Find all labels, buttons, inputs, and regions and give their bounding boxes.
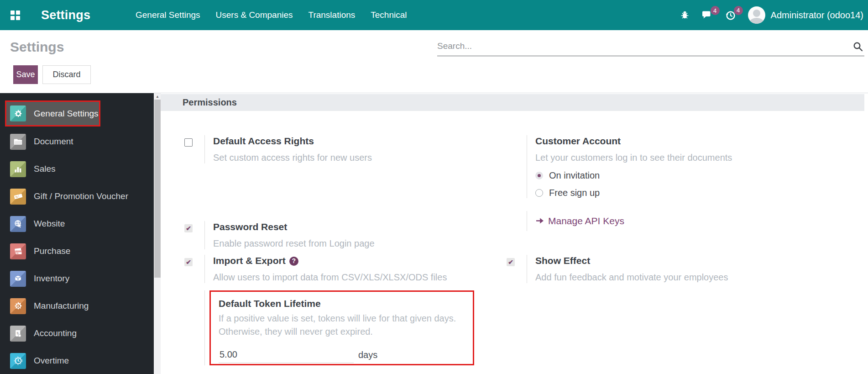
- token-lifetime-unit: days: [358, 350, 377, 363]
- help-question-icon[interactable]: ?: [289, 257, 298, 266]
- sidebar-item-accounting[interactable]: $ Accounting: [0, 320, 154, 347]
- default-access-rights-checkbox[interactable]: [184, 138, 193, 147]
- discard-button[interactable]: Discard: [42, 65, 91, 84]
- settings-sidebar: General Settings Document Sales % Gift /…: [0, 93, 154, 374]
- save-button[interactable]: Save: [13, 65, 38, 84]
- manage-api-keys-link[interactable]: Manage API Keys: [535, 211, 624, 227]
- accounting-invoice-icon: $: [10, 326, 26, 342]
- sales-chart-icon: [10, 161, 26, 177]
- setting-default-token-lifetime: Default Token Lifetime If a positive val…: [184, 290, 474, 365]
- sidebar-item-label: General Settings: [34, 109, 99, 119]
- apps-menu-button[interactable]: [0, 0, 30, 30]
- setting-label: Password Reset: [213, 221, 375, 232]
- messages-icon[interactable]: 4: [701, 10, 713, 21]
- setting-description-line2: Otherwise, they will never get expired.: [219, 325, 465, 338]
- app-brand-title[interactable]: Settings: [41, 8, 90, 22]
- setting-label: Default Token Lifetime: [219, 298, 465, 309]
- scrollbar-up-arrow[interactable]: ▲: [154, 93, 161, 100]
- sidebar-item-label: Overtime: [34, 356, 69, 366]
- scrollbar-thumb[interactable]: [154, 100, 161, 278]
- nav-right-cluster: 4 4 Administrator (odoo14): [680, 0, 863, 30]
- arrow-right-icon: [535, 217, 544, 225]
- setting-show-effect: ✔ Show Effect Add fun feedback and motiv…: [507, 255, 728, 283]
- import-export-checkbox[interactable]: ✔: [184, 258, 193, 266]
- section-title: Permissions: [183, 97, 237, 108]
- debug-bug-icon[interactable]: [680, 10, 690, 20]
- nav-menu: General Settings Users & Companies Trans…: [136, 0, 407, 30]
- nav-item-technical[interactable]: Technical: [371, 10, 407, 20]
- sidebar-item-label: Gift / Promotion Voucher: [34, 191, 128, 201]
- sidebar-item-label: Website: [34, 219, 65, 229]
- nav-item-users-companies[interactable]: Users & Companies: [216, 10, 293, 20]
- inventory-box-icon: [10, 271, 26, 287]
- sidebar-item-general-settings[interactable]: General Settings: [5, 100, 100, 126]
- apps-grid-icon: [10, 11, 20, 20]
- activities-clock-icon[interactable]: 4: [725, 10, 736, 21]
- activities-count-badge: 4: [734, 6, 743, 15]
- document-folder-icon: [10, 134, 26, 150]
- setting-default-access-rights: Default Access Rights Set custom access …: [184, 135, 372, 163]
- setting-description: Add fun feedback and motivate your emplo…: [535, 271, 728, 283]
- page-title: Settings: [10, 39, 64, 55]
- search-input[interactable]: [437, 38, 839, 54]
- setting-password-reset: ✔ Password Reset Enable password reset f…: [184, 221, 375, 249]
- top-navbar: Settings General Settings Users & Compan…: [0, 0, 868, 30]
- setting-label: Import & Export?: [213, 255, 447, 266]
- sidebar-item-label: Sales: [34, 164, 56, 174]
- setting-import-export: ✔ Import & Export? Allow users to import…: [184, 255, 447, 283]
- token-lifetime-highlight-box: Default Token Lifetime If a positive val…: [209, 290, 474, 365]
- user-menu[interactable]: Administrator (odoo14): [748, 6, 863, 24]
- sidebar-item-sales[interactable]: Sales: [0, 155, 154, 183]
- sidebar-item-overtime[interactable]: Overtime: [0, 347, 154, 374]
- sidebar-item-document[interactable]: Document: [0, 128, 154, 155]
- setting-description: Set custom access rights for new users: [213, 152, 372, 163]
- sidebar-item-website[interactable]: Website: [0, 210, 154, 237]
- voucher-ticket-icon: %: [10, 189, 26, 205]
- sidebar-item-label: Purchase: [34, 246, 70, 256]
- permissions-section-header: Permissions: [161, 94, 864, 111]
- sidebar-item-manufacturing[interactable]: Manufacturing: [0, 292, 154, 320]
- setting-description-line1: If a positive value is set, tokens will …: [219, 312, 465, 325]
- purchase-card-icon: [10, 243, 26, 259]
- radio-selected-icon[interactable]: [535, 172, 543, 179]
- setting-description: Allow users to import data from CSV/XLS/…: [213, 271, 447, 283]
- password-reset-checkbox[interactable]: ✔: [184, 224, 193, 232]
- setting-customer-account: Customer Account Let your customers log …: [507, 135, 732, 198]
- sidebar-item-inventory[interactable]: Inventory: [0, 265, 154, 292]
- user-avatar: [748, 6, 765, 24]
- sidebar-item-gift-promotion-voucher[interactable]: % Gift / Promotion Voucher: [0, 183, 154, 210]
- radio-unselected-icon[interactable]: [535, 189, 543, 197]
- setting-label: Show Effect: [535, 255, 728, 266]
- nav-item-translations[interactable]: Translations: [308, 10, 355, 20]
- token-lifetime-input[interactable]: [219, 348, 354, 363]
- show-effect-checkbox[interactable]: ✔: [507, 258, 515, 266]
- setting-description: Let your customers log in to see their d…: [535, 152, 732, 163]
- search-bar: [437, 38, 864, 56]
- sidebar-item-label: Inventory: [34, 274, 69, 284]
- odoo-settings-page: { "colors": { "nav_teal": "#088788", "ac…: [0, 0, 868, 374]
- general-settings-gear-icon: [10, 105, 26, 121]
- radio-option-free-sign-up[interactable]: Free sign up: [535, 187, 732, 198]
- search-icon[interactable]: [852, 41, 863, 54]
- sidebar-item-label: Manufacturing: [34, 301, 89, 311]
- sidebar-item-purchase[interactable]: Purchase: [0, 237, 154, 265]
- sidebar-item-label: Accounting: [34, 328, 77, 338]
- sidebar-item-label: Document: [34, 137, 73, 147]
- user-name: Administrator (odoo14): [771, 10, 863, 21]
- setting-label: Default Access Rights: [213, 135, 372, 147]
- setting-manage-api-keys: Manage API Keys: [507, 211, 624, 231]
- setting-label: Customer Account: [535, 135, 732, 147]
- website-globe-icon: [10, 216, 26, 232]
- nav-item-general-settings[interactable]: General Settings: [136, 10, 200, 20]
- radio-option-on-invitation[interactable]: On invitation: [535, 170, 732, 181]
- setting-description: Enable password reset from Login page: [213, 237, 375, 249]
- messages-count-badge: 4: [711, 6, 720, 15]
- manufacturing-gear-icon: [10, 298, 26, 314]
- overtime-clock-icon: [10, 353, 26, 369]
- sidebar-scrollbar[interactable]: ▲: [154, 93, 161, 374]
